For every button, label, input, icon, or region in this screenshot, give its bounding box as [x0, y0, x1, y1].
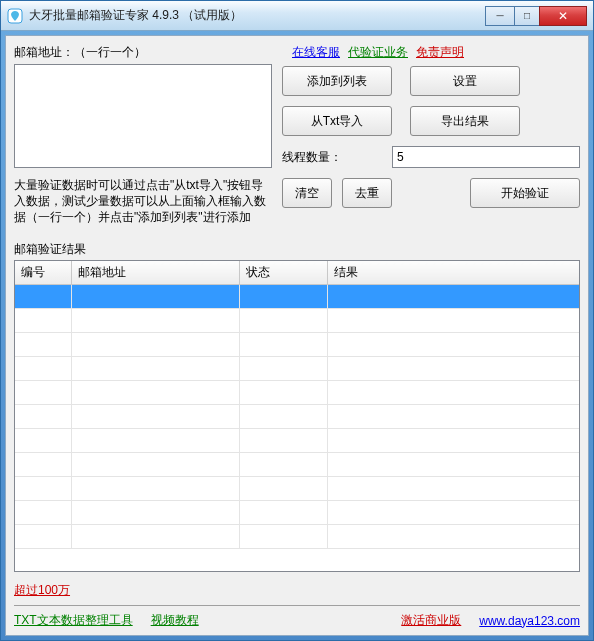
table-row[interactable]	[15, 429, 579, 453]
table-cell	[327, 405, 579, 429]
table-cell	[327, 429, 579, 453]
table-cell	[15, 501, 71, 525]
table-cell	[15, 381, 71, 405]
table-cell	[71, 525, 239, 549]
maximize-icon: □	[524, 10, 530, 21]
clear-button[interactable]: 清空	[282, 178, 332, 208]
col-header-status[interactable]: 状态	[239, 261, 327, 285]
table-cell	[327, 285, 579, 309]
table-cell	[239, 501, 327, 525]
start-verify-button[interactable]: 开始验证	[470, 178, 580, 208]
table-cell	[239, 453, 327, 477]
minimize-button[interactable]: ─	[485, 6, 515, 26]
table-cell	[327, 501, 579, 525]
table-row[interactable]	[15, 501, 579, 525]
txt-tool-link[interactable]: TXT文本数据整理工具	[14, 612, 133, 629]
table-cell	[71, 381, 239, 405]
table-cell	[239, 525, 327, 549]
col-header-addr[interactable]: 邮箱地址	[71, 261, 239, 285]
table-cell	[71, 357, 239, 381]
button-grid: 添加到列表 设置 从Txt导入 导出结果 线程数量： 清空 去重	[282, 66, 580, 208]
table-cell	[71, 453, 239, 477]
footer-divider	[14, 605, 580, 606]
table-title: 邮箱验证结果	[14, 241, 580, 258]
table-row[interactable]	[15, 525, 579, 549]
table-cell	[15, 357, 71, 381]
settings-button[interactable]: 设置	[410, 66, 520, 96]
table-cell	[71, 333, 239, 357]
footer-links: TXT文本数据整理工具 视频教程 激活商业版 www.daya123.com	[14, 612, 580, 631]
add-to-list-button[interactable]: 添加到列表	[282, 66, 392, 96]
table-cell	[71, 405, 239, 429]
table-row[interactable]	[15, 357, 579, 381]
table-cell	[71, 285, 239, 309]
table-row[interactable]	[15, 285, 579, 309]
site-link[interactable]: www.daya123.com	[479, 614, 580, 628]
table-cell	[71, 429, 239, 453]
footer-area: 超过100万 TXT文本数据整理工具 视频教程 激活商业版 www.daya12…	[14, 578, 580, 631]
proxy-service-link[interactable]: 代验证业务	[348, 44, 408, 61]
upper-panel: 邮箱地址：（一行一个） 大量验证数据时可以通过点击"从txt导入"按钮导入数据，…	[14, 42, 580, 225]
video-tutorial-link[interactable]: 视频教程	[151, 612, 199, 629]
table-cell	[15, 309, 71, 333]
minimize-icon: ─	[496, 10, 503, 21]
table-cell	[15, 405, 71, 429]
maximize-button[interactable]: □	[514, 6, 540, 26]
table-cell	[327, 453, 579, 477]
input-column: 邮箱地址：（一行一个） 大量验证数据时可以通过点击"从txt导入"按钮导入数据，…	[14, 42, 272, 225]
table-cell	[15, 333, 71, 357]
table-cell	[239, 285, 327, 309]
table-row[interactable]	[15, 477, 579, 501]
table-cell	[327, 333, 579, 357]
table-cell	[327, 381, 579, 405]
titlebar[interactable]: 大牙批量邮箱验证专家 4.9.3 （试用版） ─ □ ✕	[1, 1, 593, 31]
table-cell	[239, 477, 327, 501]
table-cell	[327, 477, 579, 501]
table-row[interactable]	[15, 333, 579, 357]
table-cell	[327, 525, 579, 549]
activate-link[interactable]: 激活商业版	[401, 612, 461, 629]
app-window: 大牙批量邮箱验证专家 4.9.3 （试用版） ─ □ ✕ 邮箱地址：（一行一个）…	[0, 0, 594, 641]
table-cell	[15, 429, 71, 453]
table-cell	[15, 285, 71, 309]
col-header-result[interactable]: 结果	[327, 261, 579, 285]
top-links: 在线客服 代验证业务 免责声明	[282, 42, 580, 62]
online-service-link[interactable]: 在线客服	[292, 44, 340, 61]
dedup-button[interactable]: 去重	[342, 178, 392, 208]
result-table: 编号 邮箱地址 状态 结果	[15, 261, 579, 549]
disclaimer-link[interactable]: 免责声明	[416, 44, 464, 61]
table-row[interactable]	[15, 405, 579, 429]
table-row[interactable]	[15, 309, 579, 333]
table-cell	[15, 477, 71, 501]
table-cell	[15, 453, 71, 477]
app-icon	[7, 8, 23, 24]
window-controls: ─ □ ✕	[486, 6, 587, 26]
table-cell	[71, 501, 239, 525]
table-cell	[327, 309, 579, 333]
table-cell	[327, 357, 579, 381]
table-cell	[239, 381, 327, 405]
table-cell	[239, 357, 327, 381]
result-table-wrap: 编号 邮箱地址 状态 结果	[14, 260, 580, 572]
table-row[interactable]	[15, 453, 579, 477]
client-area: 邮箱地址：（一行一个） 大量验证数据时可以通过点击"从txt导入"按钮导入数据，…	[5, 35, 589, 636]
window-title: 大牙批量邮箱验证专家 4.9.3 （试用版）	[29, 7, 486, 24]
close-icon: ✕	[558, 9, 568, 23]
close-button[interactable]: ✕	[539, 6, 587, 26]
table-row[interactable]	[15, 381, 579, 405]
email-input-label: 邮箱地址：（一行一个）	[14, 44, 146, 61]
table-cell	[239, 333, 327, 357]
table-cell	[239, 429, 327, 453]
import-txt-button[interactable]: 从Txt导入	[282, 106, 392, 136]
table-cell	[71, 477, 239, 501]
table-cell	[15, 525, 71, 549]
export-result-button[interactable]: 导出结果	[410, 106, 520, 136]
col-header-no[interactable]: 编号	[15, 261, 71, 285]
table-cell	[239, 405, 327, 429]
over-million-link[interactable]: 超过100万	[14, 583, 70, 597]
thread-count-input[interactable]	[392, 146, 580, 168]
table-cell	[71, 309, 239, 333]
email-input[interactable]	[14, 64, 272, 168]
controls-column: 在线客服 代验证业务 免责声明 添加到列表 设置 从Txt导入 导出结果 线程数…	[282, 42, 580, 225]
hint-text: 大量验证数据时可以通过点击"从txt导入"按钮导入数据，测试少量数据可以从上面输…	[14, 177, 272, 225]
